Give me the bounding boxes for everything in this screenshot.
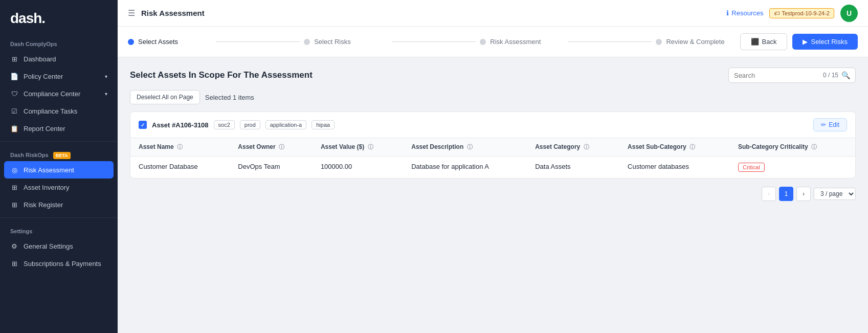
wizard-step-select-assets: Select Assets xyxy=(128,38,212,46)
asset-table: Asset Name ⓘ Asset Owner ⓘ Asset Value (… xyxy=(130,138,855,178)
edit-icon: ✏ xyxy=(821,121,826,128)
deselect-all-button[interactable]: Deselect All on Page xyxy=(130,90,200,104)
sidebar-section-complyops: Dash ComplyOps xyxy=(0,35,118,50)
wizard-step-review: Review & Complete xyxy=(656,38,740,46)
cell-asset-name: Customer Database xyxy=(130,157,230,179)
grid-icon: ⊞ xyxy=(10,183,18,191)
info-icon: ⓘ xyxy=(177,144,183,150)
search-box[interactable]: 0 / 15 🔍 xyxy=(728,68,856,83)
info-icon: ⓘ xyxy=(368,144,373,150)
tag-soc2: soc2 xyxy=(214,120,235,129)
sidebar-item-report-center[interactable]: 📋 Report Center xyxy=(0,120,118,137)
chevron-down-icon: ▾ xyxy=(105,91,107,97)
search-input[interactable] xyxy=(734,72,820,79)
step-line xyxy=(216,41,300,42)
tag-prod: prod xyxy=(240,120,260,129)
next-page-button[interactable]: › xyxy=(796,187,811,201)
settings-icon: ⚙ xyxy=(10,242,18,250)
info-icon: ⓘ xyxy=(584,144,589,150)
cell-asset-sub-category: Customer databases xyxy=(619,157,730,179)
sidebar-item-dashboard[interactable]: ⊞ Dashboard xyxy=(0,50,118,68)
wizard-bar: Select Assets Select Risks Risk Assessme… xyxy=(118,27,868,57)
critical-badge: Critical xyxy=(738,163,765,172)
app-logo: dash. xyxy=(0,0,118,35)
topbar: ☰ Risk Assessment ℹ Resources 🏷 Testprod… xyxy=(118,0,868,27)
info-icon: ⓘ xyxy=(811,144,817,150)
asset-card: Asset #A106-3108 soc2 prod application-a… xyxy=(130,112,856,179)
sidebar-item-general-settings[interactable]: ⚙ General Settings xyxy=(0,237,118,255)
filter-bar: Deselect All on Page Selected 1 items xyxy=(130,90,856,104)
back-icon: ⬛ xyxy=(751,38,759,46)
edit-button[interactable]: ✏ Edit xyxy=(813,118,847,131)
step-line xyxy=(392,41,476,42)
info-icon: ℹ xyxy=(726,9,729,17)
selected-items-info: Selected 1 items xyxy=(205,94,254,101)
sidebar-section-settings: Settings xyxy=(0,222,118,237)
col-asset-sub-category: Asset Sub-Category ⓘ xyxy=(619,138,730,157)
sidebar-item-asset-inventory[interactable]: ⊞ Asset Inventory xyxy=(0,179,118,196)
page-title: Risk Assessment xyxy=(141,9,726,17)
info-icon: ⓘ xyxy=(279,144,284,150)
grid-icon: ⊞ xyxy=(10,55,18,63)
wizard-step-select-risks: Select Risks xyxy=(304,38,388,46)
col-asset-name: Asset Name ⓘ xyxy=(130,138,230,157)
page-1-button[interactable]: 1 xyxy=(779,187,793,201)
grid-icon: ⊞ xyxy=(10,201,18,209)
grid-icon: ⊞ xyxy=(10,259,18,268)
sidebar-item-compliance-center[interactable]: 🛡 Compliance Center ▾ xyxy=(0,85,118,102)
step-label-select-assets: Select Assets xyxy=(138,38,178,46)
step-label-review: Review & Complete xyxy=(666,38,724,46)
sidebar-item-risk-assessment[interactable]: ◎ Risk Assessment xyxy=(4,161,114,179)
asset-id: Asset #A106-3108 xyxy=(152,121,209,129)
col-asset-value: Asset Value ($) ⓘ xyxy=(313,138,403,157)
sidebar: dash. Dash ComplyOps ⊞ Dashboard 📄 Polic… xyxy=(0,0,118,333)
menu-icon[interactable]: ☰ xyxy=(128,8,135,18)
pagination: ‹ 1 › 3 / page xyxy=(130,187,856,201)
wizard-actions: ⬛ Back ▶ Select Risks xyxy=(740,33,858,50)
step-dot-active xyxy=(128,39,134,45)
resources-button[interactable]: ℹ Resources xyxy=(726,9,763,17)
select-risks-button[interactable]: ▶ Select Risks xyxy=(792,34,858,50)
content-header: Select Assets In Scope For The Assessmen… xyxy=(130,68,856,83)
col-asset-owner: Asset Owner ⓘ xyxy=(230,138,313,157)
sidebar-item-compliance-tasks[interactable]: ☑ Compliance Tasks xyxy=(0,102,118,120)
content-area: Select Assets In Scope For The Assessmen… xyxy=(118,57,868,333)
check-square-icon: ☑ xyxy=(10,107,18,115)
file-icon: 📄 xyxy=(10,72,18,80)
asset-checkbox[interactable] xyxy=(139,121,147,129)
table-row: Customer Database DevOps Team 100000.00 … xyxy=(130,157,855,179)
main-content: ☰ Risk Assessment ℹ Resources 🏷 Testprod… xyxy=(118,0,868,333)
chevron-down-icon: ▾ xyxy=(105,74,107,79)
table-header-row: Asset Name ⓘ Asset Owner ⓘ Asset Value (… xyxy=(130,138,855,157)
per-page-select[interactable]: 3 / page xyxy=(814,188,856,200)
avatar: U xyxy=(840,5,858,22)
cell-asset-owner: DevOps Team xyxy=(230,157,313,179)
search-icon: 🔍 xyxy=(841,71,850,79)
step-dot-inactive xyxy=(480,39,486,45)
sidebar-item-risk-register[interactable]: ⊞ Risk Register xyxy=(0,196,118,213)
next-icon: ▶ xyxy=(803,38,808,46)
prev-page-button[interactable]: ‹ xyxy=(762,187,776,201)
sidebar-item-subscriptions[interactable]: ⊞ Subscriptions & Payments xyxy=(0,255,118,272)
search-count: 0 / 15 xyxy=(823,72,838,79)
tag-hipaa: hipaa xyxy=(311,120,335,129)
step-dot-inactive xyxy=(304,39,310,45)
activity-icon: ◎ xyxy=(10,166,18,174)
sidebar-item-policy-center[interactable]: 📄 Policy Center ▾ xyxy=(0,68,118,85)
col-asset-description: Asset Description ⓘ xyxy=(403,138,527,157)
col-sub-criticality: Sub-Category Criticality ⓘ xyxy=(730,138,855,157)
wizard-steps: Select Assets Select Risks Risk Assessme… xyxy=(128,38,740,46)
env-badge: 🏷 Testprod-10-9-24-2 xyxy=(769,8,834,18)
info-icon: ⓘ xyxy=(689,144,695,150)
step-label-risk-assessment: Risk Assessment xyxy=(490,38,541,46)
cell-sub-criticality: Critical xyxy=(730,157,855,179)
col-asset-category: Asset Category ⓘ xyxy=(527,138,619,157)
cell-asset-category: Data Assets xyxy=(527,157,619,179)
sidebar-section-riskops: Dash RiskOps BETA xyxy=(0,146,118,161)
shield-icon: 🛡 xyxy=(10,90,18,98)
tag-icon: 🏷 xyxy=(774,10,780,16)
file-text-icon: 📋 xyxy=(10,124,18,132)
cell-asset-description: Database for application A xyxy=(403,157,527,179)
back-button[interactable]: ⬛ Back xyxy=(740,33,788,50)
step-dot-inactive xyxy=(656,39,662,45)
